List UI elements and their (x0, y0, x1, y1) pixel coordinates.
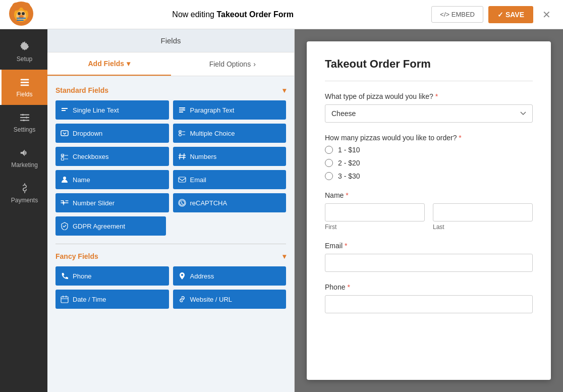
required-asterisk-4: * (345, 242, 347, 250)
radio-item-2[interactable]: 2 - $20 (325, 159, 533, 167)
field-btn-numbers[interactable]: Numbers (173, 147, 287, 166)
sidebar-item-marketing[interactable]: Marketing (0, 140, 47, 176)
topbar: Now editing Takeout Order Form </> EMBED… (0, 0, 563, 29)
form-field-pizza-count: How many pizzas would you like to order?… (325, 134, 533, 180)
gear-icon (19, 41, 30, 52)
field-btn-date-time[interactable]: Date / Time (55, 290, 169, 309)
sidebar-item-payments[interactable]: Payments (0, 176, 47, 211)
fields-panel: Fields Add Fields ▾ Field Options › Stan… (47, 29, 295, 392)
field-btn-multiple-choice[interactable]: Multiple Choice (173, 124, 287, 143)
sidebar-item-setup[interactable]: Setup (0, 34, 47, 70)
field-btn-checkboxes[interactable]: Checkboxes (55, 147, 169, 166)
svg-point-2 (12, 3, 20, 11)
field-btn-address[interactable]: Address (173, 266, 287, 286)
sidebar-item-settings[interactable]: Settings (0, 105, 47, 140)
svg-point-6 (22, 12, 25, 15)
required-asterisk-3: * (346, 191, 348, 199)
sidebar-item-label-payments: Payments (11, 197, 38, 204)
sidebar-item-fields[interactable]: Fields (0, 70, 47, 105)
link-icon (178, 295, 186, 303)
person-icon (61, 176, 69, 184)
shield-check-icon (61, 222, 69, 230)
phone-input[interactable] (325, 295, 533, 313)
svg-point-3 (22, 3, 30, 11)
svg-rect-21 (62, 158, 64, 160)
tab-add-fields[interactable]: Add Fields ▾ (47, 52, 171, 76)
sidebar-item-label-settings: Settings (14, 126, 35, 133)
field-btn-phone[interactable]: Phone (55, 266, 169, 286)
field-btn-single-line-text[interactable]: Single Line Text (55, 100, 169, 120)
form-label-phone: Phone * (325, 283, 533, 291)
dollar-icon (19, 183, 30, 194)
text-line-icon (61, 106, 69, 114)
svg-point-5 (18, 12, 21, 15)
radio-input-2[interactable] (325, 159, 333, 167)
sidebar-item-label-setup: Setup (17, 55, 32, 63)
form-title: Takeout Order Form (325, 58, 533, 71)
field-btn-dropdown[interactable]: Dropdown (55, 124, 169, 143)
sidebar-item-label-fields: Fields (16, 91, 32, 98)
embed-button[interactable]: </> EMBED (431, 6, 483, 23)
form-field-phone: Phone * (325, 283, 533, 313)
radio-item-3[interactable]: 3 - $30 (325, 172, 533, 180)
form-field-email: Email * (325, 242, 533, 272)
paragraph-icon (178, 106, 186, 114)
svg-rect-9 (17, 20, 24, 21)
form-card: Takeout Order Form What type of pizza wo… (307, 41, 551, 380)
field-btn-email[interactable]: Email (173, 170, 287, 189)
form-label-email: Email * (325, 242, 533, 250)
svg-rect-16 (61, 131, 68, 136)
location-icon (178, 272, 186, 280)
required-asterisk-5: * (347, 283, 350, 291)
svg-rect-25 (61, 297, 68, 303)
topbar-title: Now editing Takeout Order Form (172, 10, 294, 19)
svg-rect-23 (179, 177, 186, 182)
field-btn-number-slider[interactable]: Number Slider (55, 193, 169, 212)
field-btn-paragraph-text[interactable]: Paragraph Text (173, 100, 287, 120)
collapse-fancy-icon[interactable]: ▾ (283, 252, 286, 260)
name-row: First Last (325, 203, 533, 231)
nav-sidebar: Setup Fields Settings M (0, 29, 47, 392)
svg-point-18 (179, 134, 181, 136)
main-layout: Setup Fields Settings M (0, 29, 563, 392)
field-btn-name[interactable]: Name (55, 170, 169, 189)
fancy-fields-header: Fancy Fields ▾ (55, 252, 286, 260)
name-first-field: First (325, 203, 425, 231)
field-btn-gdpr[interactable]: GDPR Agreement (55, 216, 166, 236)
radio-input-3[interactable] (325, 172, 333, 180)
field-btn-website-url[interactable]: Website / URL (173, 290, 287, 309)
name-first-label: First (325, 223, 425, 231)
name-last-input[interactable] (433, 203, 533, 221)
form-label-pizza-count: How many pizzas would you like to order?… (325, 134, 533, 142)
name-last-label: Last (433, 223, 533, 231)
field-btn-recaptcha[interactable]: reCAPTCHA (173, 193, 287, 212)
name-last-field: Last (433, 203, 533, 231)
gdpr-row: GDPR Agreement (55, 216, 286, 236)
required-asterisk-1: * (435, 92, 438, 100)
collapse-icon[interactable]: ▾ (283, 86, 286, 94)
svg-rect-8 (17, 18, 26, 19)
tab-field-options[interactable]: Field Options › (171, 52, 295, 76)
multiple-choice-icon (178, 129, 186, 137)
settings-icon (19, 112, 30, 123)
fields-scroll[interactable]: Standard Fields ▾ Single Line Text (47, 76, 294, 392)
name-first-input[interactable] (325, 203, 425, 221)
phone-icon (61, 272, 69, 280)
close-button[interactable]: ✕ (538, 7, 555, 23)
save-button[interactable]: ✓ SAVE (488, 6, 533, 23)
chevron-down-icon: ▾ (127, 60, 130, 68)
form-preview[interactable]: Takeout Order Form What type of pizza wo… (295, 29, 563, 392)
form-divider (325, 81, 533, 81)
radio-input-1[interactable] (325, 146, 333, 154)
dropdown-icon (61, 129, 69, 137)
radio-label-3: 3 - $30 (338, 172, 360, 180)
radio-item-1[interactable]: 1 - $10 (325, 146, 533, 154)
calendar-icon (61, 295, 69, 303)
sidebar-item-label-marketing: Marketing (11, 161, 38, 169)
fancy-fields-grid: Phone Address Date / Time (55, 266, 286, 309)
standard-fields-header: Standard Fields ▾ (55, 86, 286, 94)
radio-label-2: 2 - $20 (338, 159, 360, 167)
email-input[interactable] (325, 254, 533, 272)
pizza-type-select[interactable]: Cheese Pepperoni Veggie Meat Lovers (325, 104, 533, 123)
hash-icon (178, 152, 186, 160)
